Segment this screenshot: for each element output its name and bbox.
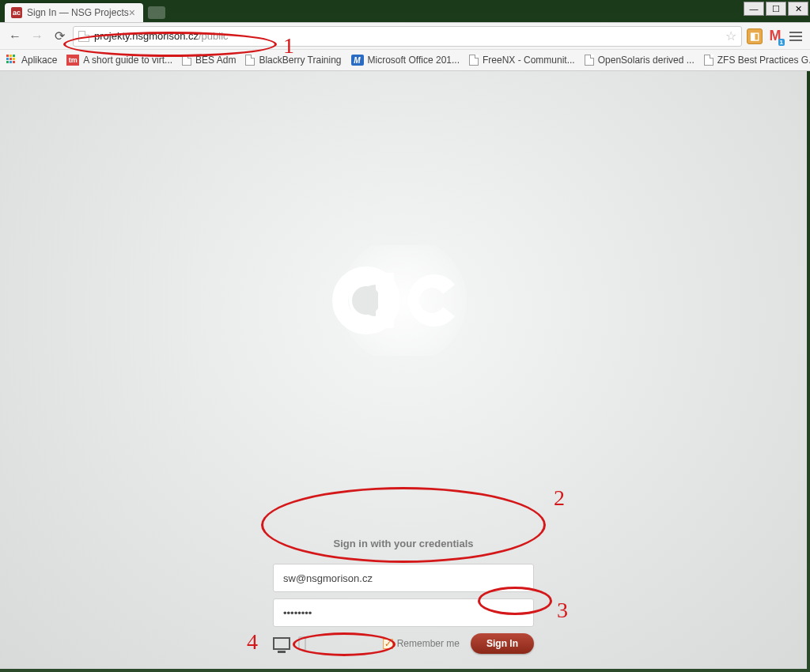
bookmark-item[interactable]: ZFS Best Practices G... <box>704 55 810 66</box>
bookmark-label: OpenSolaris derived ... <box>598 55 695 66</box>
bookmark-label: Microsoft Office 201... <box>368 55 460 66</box>
page-content: Sign in with your credentials ✓ Remember… <box>0 71 807 669</box>
bookmark-icon: tm <box>66 55 79 66</box>
bookmark-icon: M <box>351 55 364 66</box>
password-input[interactable] <box>273 598 534 627</box>
window-maximize-button[interactable]: ☐ <box>766 2 786 16</box>
tab-title: Sign In — NSG Projects <box>27 7 129 18</box>
url-path: /public <box>199 30 229 42</box>
favicon-icon: ac <box>11 7 22 18</box>
remember-me[interactable]: ✓ Remember me <box>383 638 460 649</box>
url-host: projekty.nsgmorison.cz <box>94 30 199 42</box>
bookmark-label: BES Adm <box>195 55 236 66</box>
gmail-icon[interactable]: M1 <box>767 28 783 44</box>
svg-rect-3 <box>378 273 394 328</box>
desktop-icon[interactable] <box>273 637 290 650</box>
bookmark-label: BlackBerry Training <box>259 55 341 66</box>
activecollab-logo-icon <box>332 245 475 356</box>
signin-button[interactable]: Sign In <box>471 633 534 654</box>
login-title: Sign in with your credentials <box>261 538 546 549</box>
bookmark-item[interactable]: BES Adm <box>182 55 236 66</box>
remember-checkbox[interactable]: ✓ <box>383 639 393 649</box>
bookmark-item[interactable]: tm A short guide to virt... <box>66 55 172 66</box>
window-controls: — ☐ ✕ <box>744 2 808 16</box>
nav-back-button[interactable]: ← <box>6 28 24 45</box>
bookmark-label: A short guide to virt... <box>83 55 172 66</box>
remember-label: Remember me <box>397 638 460 649</box>
extension-icon[interactable]: ◧ <box>747 28 763 44</box>
bookmark-icon <box>469 55 479 66</box>
nav-forward-button[interactable]: → <box>28 28 46 45</box>
apps-grid-icon <box>6 55 17 66</box>
bookmarks-bar: Aplikace tm A short guide to virt... BES… <box>0 49 810 71</box>
login-options-row: ✓ Remember me Sign In <box>273 633 534 654</box>
svg-point-2 <box>352 286 380 315</box>
bookmark-icon <box>182 55 191 66</box>
apps-label: Aplikace <box>21 55 57 66</box>
bookmark-icon <box>245 55 255 66</box>
bookmark-label: FreeNX - Communit... <box>483 55 575 66</box>
bookmark-item[interactable]: BlackBerry Training <box>245 55 341 66</box>
new-tab-button[interactable] <box>148 6 165 19</box>
bookmark-label: ZFS Best Practices G... <box>717 55 810 66</box>
window-minimize-button[interactable]: — <box>744 2 764 16</box>
gmail-badge: 1 <box>778 39 785 46</box>
browser-toolbar: ← → ⟳ projekty.nsgmorison.cz/public ☆ ◧ … <box>0 22 810 49</box>
address-bar[interactable]: projekty.nsgmorison.cz/public ☆ <box>73 26 742 47</box>
bookmark-item[interactable]: M Microsoft Office 201... <box>351 55 460 66</box>
bookmark-icon <box>585 55 594 66</box>
mobile-icon[interactable] <box>298 636 306 651</box>
bookmark-item[interactable]: OpenSolaris derived ... <box>585 55 695 66</box>
login-form: Sign in with your credentials ✓ Remember… <box>261 538 546 654</box>
page-icon <box>78 31 89 42</box>
apps-button[interactable]: Aplikace <box>6 55 57 66</box>
window-close-button[interactable]: ✕ <box>788 2 808 16</box>
browser-menu-icon[interactable] <box>788 28 804 44</box>
email-input[interactable] <box>273 564 534 592</box>
bookmark-star-icon[interactable]: ☆ <box>725 28 736 43</box>
bookmark-item[interactable]: FreeNX - Communit... <box>469 55 575 66</box>
tab-close-icon[interactable]: × <box>129 6 135 19</box>
tab-strip: ac Sign In — NSG Projects × <box>0 0 810 22</box>
nav-reload-button[interactable]: ⟳ <box>51 28 68 45</box>
browser-tab[interactable]: ac Sign In — NSG Projects × <box>5 3 143 22</box>
bookmark-icon <box>704 55 713 66</box>
device-icons <box>273 636 306 651</box>
